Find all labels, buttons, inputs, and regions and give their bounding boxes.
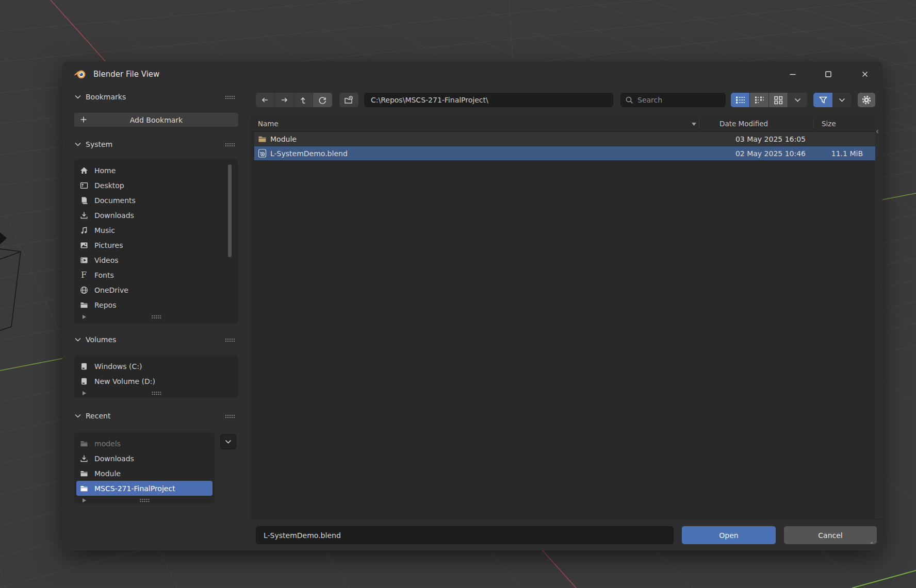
sidebar-item-recent-module[interactable]: Module (74, 466, 215, 481)
file-row-module[interactable]: Module 03 May 2025 16:05 (254, 132, 875, 146)
open-button[interactable]: Open (682, 526, 776, 544)
sidebar-item-pictures[interactable]: Pictures (74, 238, 238, 253)
minimize-button[interactable] (786, 67, 800, 81)
search-icon (625, 96, 634, 105)
volumes-section-header[interactable]: Volumes (72, 332, 241, 347)
sidebar-item-home[interactable]: Home (74, 163, 238, 178)
system-section-header[interactable]: System (72, 137, 241, 152)
chevron-down-icon (75, 414, 81, 418)
titlebar[interactable]: Blender File View (62, 61, 882, 87)
sidebar-item-label: MSCS-271-FinalProject (94, 484, 175, 493)
file-date-modified: 03 May 2025 16:05 (735, 135, 806, 143)
drive-icon (79, 362, 89, 371)
blender-file-view-dialog: Blender File View Bookmarks Add Bookmark… (62, 61, 882, 550)
create-directory-button[interactable] (339, 93, 358, 107)
recent-section-header[interactable]: Recent (72, 409, 241, 423)
file-list-area[interactable]: Name Date Modified Size Module 03 May 20… (250, 116, 875, 519)
display-thumbnails-button[interactable] (769, 93, 788, 107)
recent-options-button[interactable] (220, 434, 236, 449)
sidebar-item-videos[interactable]: Videos (74, 253, 238, 267)
path-input[interactable] (364, 93, 613, 107)
column-header-size[interactable]: Size (822, 120, 836, 128)
music-icon (79, 226, 89, 235)
refresh-button[interactable] (313, 93, 332, 107)
documents-icon (79, 196, 89, 205)
grip-dots (225, 143, 235, 146)
resize-corner-icon[interactable]: ⌃ (869, 541, 874, 548)
filename-input[interactable] (256, 526, 674, 544)
expand-triangle-icon[interactable] (83, 498, 86, 502)
search-input[interactable] (620, 93, 726, 107)
folder-icon (79, 469, 89, 478)
home-icon (79, 166, 89, 175)
column-header-name[interactable]: Name (258, 120, 279, 128)
drive-icon (79, 377, 89, 386)
gear-icon (861, 95, 872, 105)
back-button[interactable] (256, 93, 275, 107)
resize-grip[interactable] (152, 391, 161, 395)
sidebar-item-onedrive[interactable]: OneDrive (74, 282, 238, 297)
grip-dots (225, 95, 235, 99)
download-icon (79, 211, 89, 220)
resize-grip[interactable] (140, 498, 150, 502)
close-button[interactable] (858, 67, 872, 81)
sidebar-item-label: Videos (94, 256, 119, 264)
column-divider[interactable] (813, 119, 814, 129)
sidebar-item-label: Repos (94, 301, 116, 309)
scrollbar-thumb[interactable] (228, 164, 232, 257)
maximize-icon (824, 70, 832, 78)
display-horizontal-list-button[interactable] (750, 93, 769, 107)
refresh-icon (318, 95, 328, 105)
add-bookmark-button[interactable]: Add Bookmark (74, 113, 238, 127)
sidebar-item-windows-c[interactable]: Windows (C:) (74, 359, 238, 374)
chevron-down-icon (75, 338, 81, 342)
column-header-date-modified[interactable]: Date Modified (719, 120, 768, 128)
filter-button[interactable] (813, 93, 833, 107)
sidebar-item-label: models (94, 440, 121, 448)
sidebar-item-label: Downloads (94, 211, 134, 220)
sidebar-item-desktop[interactable]: Desktop (74, 178, 238, 193)
vertical-list-icon (735, 96, 746, 105)
new-folder-icon (343, 95, 355, 105)
recent-header-label: Recent (86, 412, 110, 420)
chevron-down-icon (794, 98, 801, 103)
sidebar-item-downloads[interactable]: Downloads (74, 208, 238, 223)
sidebar-item-recent-mscs-271-finalproject[interactable]: MSCS-271-FinalProject (76, 481, 212, 496)
cancel-button[interactable]: Cancel (784, 526, 877, 544)
expand-triangle-icon[interactable] (83, 315, 86, 319)
sidebar-item-recent-downloads[interactable]: Downloads (74, 451, 215, 466)
sidebar-item-label: Music (94, 226, 115, 234)
sidebar-item-new-volume-d[interactable]: New Volume (D:) (74, 374, 238, 389)
maximize-button[interactable] (821, 67, 836, 81)
column-divider[interactable] (699, 119, 699, 129)
videos-icon (79, 256, 89, 265)
settings-button[interactable] (858, 93, 875, 107)
chevron-down-icon (839, 98, 845, 103)
sidebar-item-documents[interactable]: Documents (74, 193, 238, 208)
blend-file-icon (257, 148, 267, 158)
display-vertical-list-button[interactable] (731, 93, 750, 107)
bookmarks-section-header[interactable]: Bookmarks (72, 90, 241, 104)
sidebar-item-fonts[interactable]: F Fonts (74, 267, 238, 282)
forward-button[interactable] (275, 93, 294, 107)
nav-button-group (256, 93, 332, 107)
chevron-down-icon (75, 142, 81, 146)
filter-options-dropdown[interactable] (833, 93, 851, 107)
display-settings-dropdown[interactable] (788, 93, 807, 107)
file-list-header: Name Date Modified Size (250, 116, 875, 132)
volumes-header-label: Volumes (86, 335, 116, 344)
desktop-icon (79, 181, 89, 190)
grip-dots (225, 414, 235, 418)
sort-direction-icon[interactable] (691, 122, 697, 126)
file-row-l-systemdemo-blend[interactable]: L-SystemDemo.blend 02 May 2025 10:46 11.… (254, 146, 875, 160)
resize-grip[interactable] (152, 315, 161, 318)
search-field (620, 93, 726, 107)
funnel-icon (819, 96, 828, 105)
sidebar-item-music[interactable]: Music (74, 223, 238, 238)
parent-directory-button[interactable] (294, 93, 313, 107)
expand-triangle-icon[interactable] (83, 391, 86, 395)
region-collapse-icon[interactable]: ‹ (876, 127, 879, 136)
folder-icon (79, 484, 89, 493)
sidebar-item-repos[interactable]: Repos (74, 297, 238, 312)
sidebar-item-models[interactable]: models (74, 436, 215, 451)
